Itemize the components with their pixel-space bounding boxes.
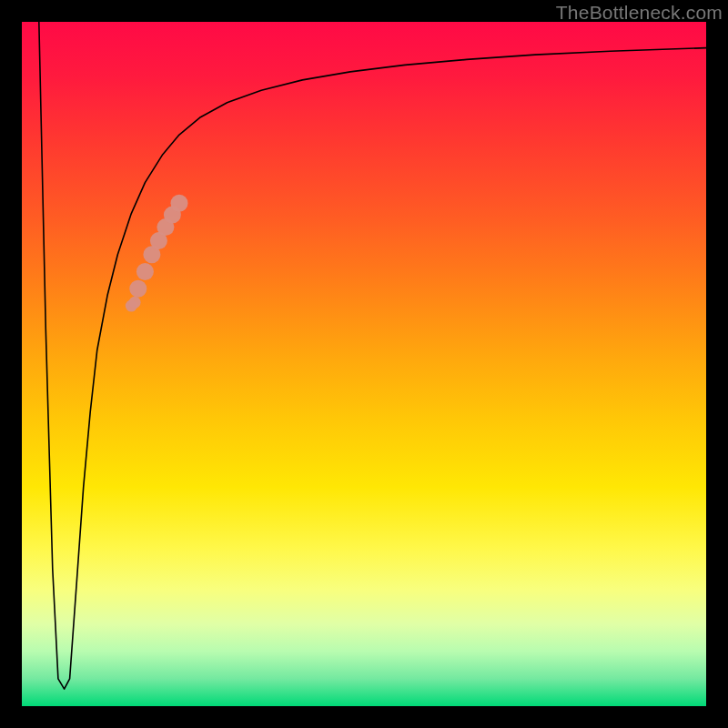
highlight-segment	[126, 195, 188, 312]
highlight-dot	[136, 263, 154, 280]
watermark-text: TheBottleneck.com	[556, 2, 723, 24]
bottleneck-curve	[39, 22, 706, 689]
chart-svg	[22, 22, 706, 706]
plot-area	[22, 22, 706, 706]
highlight-dot	[171, 195, 188, 212]
highlight-dot	[129, 280, 147, 298]
chart-frame: TheBottleneck.com	[0, 0, 728, 728]
highlight-dot	[129, 297, 141, 308]
